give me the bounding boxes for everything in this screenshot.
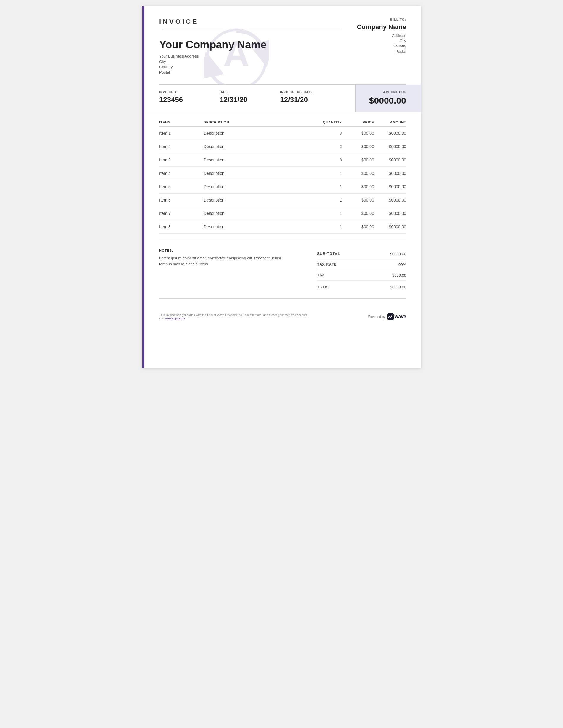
item-desc-2: Description [204, 140, 307, 153]
item-desc-5: Description [204, 180, 307, 194]
item-name-3: Item 3 [159, 153, 204, 167]
col-quantity-header: QUANTITY [307, 118, 342, 127]
date-field: DATE 12/31/20 [220, 91, 280, 106]
left-header: INVOICE Your Company Name Your Business … [159, 18, 347, 75]
item-name-2: Item 2 [159, 140, 204, 153]
bill-city: City [347, 39, 406, 43]
company-details: Your Business Address City Country Posta… [159, 54, 347, 74]
item-name-6: Item 6 [159, 194, 204, 207]
bill-country: Country [347, 44, 406, 48]
item-qty-1: 3 [307, 127, 342, 140]
amount-due-value: $0000.00 [365, 96, 406, 106]
table-row: Item 1 Description 3 $00.00 $0000.00 [159, 127, 406, 140]
item-name-1: Item 1 [159, 127, 204, 140]
company-city: City [159, 59, 347, 64]
meta-section: INVOICE # 123456 DATE 12/31/20 INVOICE D… [142, 85, 421, 112]
due-date-field: INVOICE DUE DATE 12/31/20 [280, 91, 341, 106]
item-amount-1: $0000.00 [374, 127, 406, 140]
waveapps-link[interactable]: waveapps.com [165, 317, 185, 320]
bill-postal: Postal [347, 49, 406, 54]
tax-row: TAX $000.00 [317, 270, 406, 281]
item-price-5: $00.00 [342, 180, 374, 194]
col-price-header: PRICE [342, 118, 374, 127]
total-label: TOTAL [317, 285, 330, 289]
item-name-4: Item 4 [159, 167, 204, 180]
wave-logo: wave [387, 313, 406, 320]
item-amount-2: $0000.00 [374, 140, 406, 153]
powered-by-text: Powered by [368, 315, 386, 318]
item-qty-2: 2 [307, 140, 342, 153]
due-date-value: 12/31/20 [280, 96, 341, 104]
item-qty-7: 1 [307, 207, 342, 220]
company-country: Country [159, 65, 347, 69]
subtotal-value: $0000.00 [390, 252, 406, 256]
svg-rect-2 [387, 313, 394, 320]
table-body: Item 1 Description 3 $00.00 $0000.00 Ite… [159, 127, 406, 234]
invoice-number-field: INVOICE # 123456 [159, 91, 220, 106]
powered-by: Powered by wave [368, 313, 406, 320]
table-row: Item 7 Description 1 $00.00 $0000.00 [159, 207, 406, 220]
item-name-7: Item 7 [159, 207, 204, 220]
item-desc-7: Description [204, 207, 307, 220]
item-price-1: $00.00 [342, 127, 374, 140]
col-amount-header: AMOUNT [374, 118, 406, 127]
company-name: Your Company Name [159, 39, 347, 51]
item-price-7: $00.00 [342, 207, 374, 220]
items-table: ITEMS DESCRIPTION QUANTITY PRICE AMOUNT … [159, 118, 406, 234]
amount-due-label: AMOUNT DUE [365, 91, 406, 94]
invoice-page: INVOICE Your Company Name Your Business … [142, 6, 421, 368]
company-postal: Postal [159, 70, 347, 74]
table-row: Item 2 Description 2 $00.00 $0000.00 [159, 140, 406, 153]
item-qty-6: 1 [307, 194, 342, 207]
item-desc-1: Description [204, 127, 307, 140]
item-amount-7: $0000.00 [374, 207, 406, 220]
company-address: Your Business Address [159, 54, 347, 58]
tax-label: TAX [317, 273, 325, 277]
amount-due-section: AMOUNT DUE $0000.00 [356, 85, 421, 112]
item-name-5: Item 5 [159, 180, 204, 194]
wave-icon [387, 313, 394, 320]
item-qty-3: 3 [307, 153, 342, 167]
item-desc-6: Description [204, 194, 307, 207]
table-row: Item 4 Description 1 $00.00 $0000.00 [159, 167, 406, 180]
table-header: ITEMS DESCRIPTION QUANTITY PRICE AMOUNT [159, 118, 406, 127]
table-row: Item 6 Description 1 $00.00 $0000.00 [159, 194, 406, 207]
item-qty-5: 1 [307, 180, 342, 194]
col-items-header: ITEMS [159, 118, 204, 127]
item-amount-3: $0000.00 [374, 153, 406, 167]
subtotal-label: SUB-TOTAL [317, 252, 340, 256]
item-qty-8: 1 [307, 220, 342, 234]
notes-section: NOTES: Lorem ipsum dolor sit amet, conse… [159, 249, 317, 292]
item-price-6: $00.00 [342, 194, 374, 207]
item-desc-8: Description [204, 220, 307, 234]
tax-rate-row: TAX RATE 00% [317, 259, 406, 270]
item-amount-4: $0000.00 [374, 167, 406, 180]
total-row: TOTAL $0000.00 [317, 281, 406, 292]
header-section: INVOICE Your Company Name Your Business … [159, 18, 406, 85]
bill-company-name: Company Name [347, 23, 406, 31]
notes-text: Lorem ipsum dolor sit amet, consectetur … [159, 255, 284, 267]
item-price-4: $00.00 [342, 167, 374, 180]
invoice-number-label: INVOICE # [159, 91, 220, 94]
item-price-8: $00.00 [342, 220, 374, 234]
page-footer: This invoice was generated with the help… [142, 307, 421, 326]
item-desc-3: Description [204, 153, 307, 167]
date-value: 12/31/20 [220, 96, 280, 104]
item-qty-4: 1 [307, 167, 342, 180]
item-amount-6: $0000.00 [374, 194, 406, 207]
total-value: $0000.00 [390, 285, 406, 289]
bill-to-label: BILL TO: [347, 18, 406, 21]
due-date-label: INVOICE DUE DATE [280, 91, 341, 94]
items-section: ITEMS DESCRIPTION QUANTITY PRICE AMOUNT … [159, 112, 406, 240]
table-row: Item 8 Description 1 $00.00 $0000.00 [159, 220, 406, 234]
table-row: Item 5 Description 1 $00.00 $0000.00 [159, 180, 406, 194]
item-amount-8: $0000.00 [374, 220, 406, 234]
tax-rate-label: TAX RATE [317, 262, 337, 267]
invoice-title: INVOICE [159, 18, 347, 33]
totals-section: SUB-TOTAL $0000.00 TAX RATE 00% TAX $000… [317, 249, 406, 292]
invoice-number-value: 123456 [159, 96, 220, 104]
item-name-8: Item 8 [159, 220, 204, 234]
item-desc-4: Description [204, 167, 307, 180]
wave-brand-text: wave [395, 314, 406, 319]
item-price-3: $00.00 [342, 153, 374, 167]
